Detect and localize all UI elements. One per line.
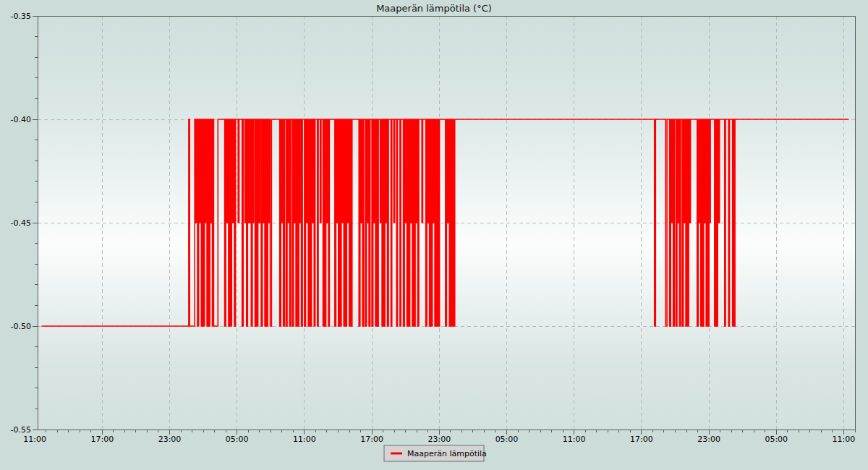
soil-temperature-chart-page: 11:0017:0023:0005:0011:0017:0023:0005:00…	[0, 0, 868, 470]
y-tick-label: -0.45	[11, 218, 31, 228]
x-tick-label: 11:00	[833, 435, 856, 444]
legend: Maaperän lämpötila	[384, 445, 487, 461]
y-tick-label: -0.35	[11, 12, 31, 21]
y-tick-label: -0.40	[11, 115, 31, 124]
x-tick-label: 17:00	[90, 435, 114, 444]
x-tick-label: 11:00	[563, 435, 586, 444]
x-tick-label: 17:00	[360, 435, 383, 444]
x-tick-label: 05:00	[226, 435, 249, 444]
x-tick-label: 17:00	[630, 435, 653, 444]
y-tick-label: -0.50	[11, 322, 31, 331]
y-tick-label: -0.55	[11, 425, 31, 435]
x-tick-label: 23:00	[427, 435, 451, 444]
x-tick-label: 23:00	[158, 435, 182, 444]
x-tick-label: 05:00	[495, 435, 519, 444]
legend-label: Maaperän lämpötila	[407, 449, 487, 458]
x-tick-label: 23:00	[697, 435, 720, 444]
soil-temperature-chart: 11:0017:0023:0005:0011:0017:0023:0005:00…	[0, 0, 868, 470]
x-tick-label: 11:00	[293, 435, 316, 444]
x-tick-label: 05:00	[765, 435, 788, 444]
chart-title: Maaperän lämpötila (°C)	[376, 3, 492, 14]
x-tick-label: 11:00	[23, 435, 46, 444]
